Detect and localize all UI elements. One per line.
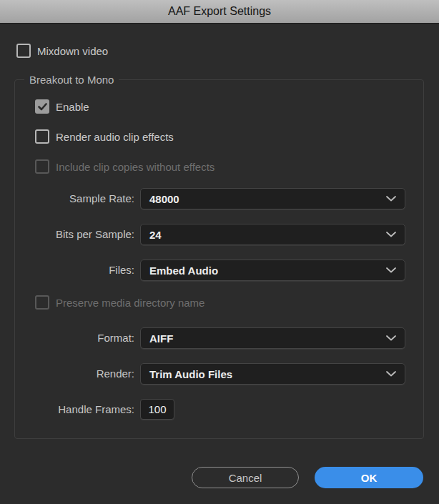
sample-rate-value: 48000 — [149, 193, 179, 205]
mixdown-video-checkbox-row[interactable]: Mixdown video — [16, 44, 108, 58]
include-clip-copies-checkbox — [35, 159, 49, 174]
enable-checkbox-row[interactable]: Enable — [35, 99, 89, 114]
include-clip-copies-checkbox-row: Include clip copies without effects — [35, 159, 214, 174]
chevron-down-icon — [386, 371, 396, 377]
enable-label: Enable — [56, 101, 89, 113]
handle-frames-input[interactable] — [140, 399, 174, 420]
bits-per-sample-dropdown[interactable]: 24 — [140, 224, 405, 245]
chevron-down-icon — [386, 232, 396, 237]
aaf-export-settings-dialog: AAF Export Settings Mixdown video Breako… — [0, 0, 439, 504]
chevron-down-icon — [386, 267, 396, 273]
dialog-title: AAF Export Settings — [168, 5, 271, 18]
include-clip-copies-label: Include clip copies without effects — [56, 161, 214, 173]
cancel-button[interactable]: Cancel — [192, 467, 299, 488]
render-value: Trim Audio Files — [149, 368, 232, 380]
render-audio-clip-effects-label: Render audio clip effects — [56, 131, 174, 143]
preserve-media-directory-checkbox — [35, 295, 49, 310]
check-icon — [38, 103, 47, 111]
bits-per-sample-value: 24 — [149, 229, 162, 241]
ok-button[interactable]: OK — [315, 467, 423, 488]
render-label: Render: — [14, 363, 134, 385]
format-value: AIFF — [149, 332, 173, 345]
enable-checkbox[interactable] — [35, 99, 49, 114]
chevron-down-icon — [386, 335, 396, 341]
mixdown-video-label: Mixdown video — [37, 45, 108, 57]
render-audio-clip-effects-checkbox[interactable] — [35, 129, 49, 144]
files-label: Files: — [14, 260, 134, 281]
breakout-to-mono-legend: Breakout to Mono — [24, 74, 119, 86]
preserve-media-directory-checkbox-row: Preserve media directory name — [35, 295, 204, 310]
chevron-down-icon — [386, 196, 396, 202]
render-audio-clip-effects-checkbox-row[interactable]: Render audio clip effects — [35, 129, 174, 144]
format-dropdown[interactable]: AIFF — [140, 327, 405, 349]
bits-per-sample-label: Bits per Sample: — [14, 224, 134, 245]
sample-rate-label: Sample Rate: — [14, 188, 134, 209]
mixdown-video-checkbox[interactable] — [16, 44, 31, 58]
sample-rate-dropdown[interactable]: 48000 — [140, 188, 405, 209]
render-dropdown[interactable]: Trim Audio Files — [140, 363, 405, 385]
files-value: Embed Audio — [149, 265, 218, 277]
handle-frames-label: Handle Frames: — [14, 399, 134, 420]
preserve-media-directory-label: Preserve media directory name — [56, 297, 204, 309]
files-dropdown[interactable]: Embed Audio — [140, 260, 405, 281]
titlebar[interactable]: AAF Export Settings — [0, 0, 439, 24]
format-label: Format: — [14, 327, 134, 349]
